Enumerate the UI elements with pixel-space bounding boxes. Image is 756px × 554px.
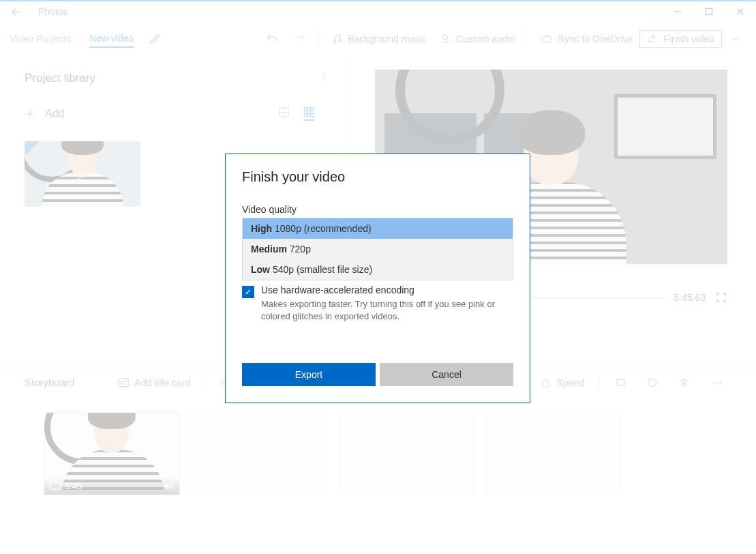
video-quality-dropdown[interactable]: High 1080p (recommended) Medium 720p Low… <box>242 218 513 280</box>
quality-option-high[interactable]: High 1080p (recommended) <box>243 218 513 239</box>
cancel-button[interactable]: Cancel <box>380 363 513 386</box>
export-button[interactable]: Export <box>242 363 376 386</box>
hardware-encoding-description: Makes exporting faster. Try turning this… <box>261 298 500 322</box>
quality-option-medium[interactable]: Medium 720p <box>243 239 513 259</box>
hardware-encoding-checkbox[interactable]: ✓ <box>242 286 254 298</box>
hardware-encoding-label: Use hardware-accelerated encoding <box>261 285 500 295</box>
finish-video-dialog: Finish your video Video quality High 108… <box>225 154 530 403</box>
dialog-title: Finish your video <box>242 169 513 185</box>
video-quality-label: Video quality <box>242 204 513 215</box>
quality-option-low[interactable]: Low 540p (smallest file size) <box>243 259 513 280</box>
